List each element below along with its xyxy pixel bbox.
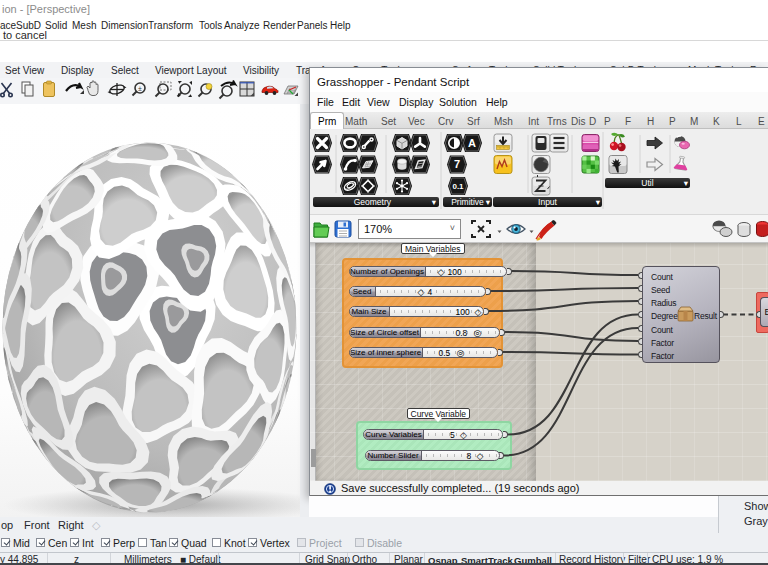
svg-text:±: ± [138, 85, 142, 92]
svg-text:A: A [468, 137, 476, 149]
svg-text:0.1: 0.1 [452, 182, 464, 191]
svg-text:7: 7 [454, 158, 460, 170]
